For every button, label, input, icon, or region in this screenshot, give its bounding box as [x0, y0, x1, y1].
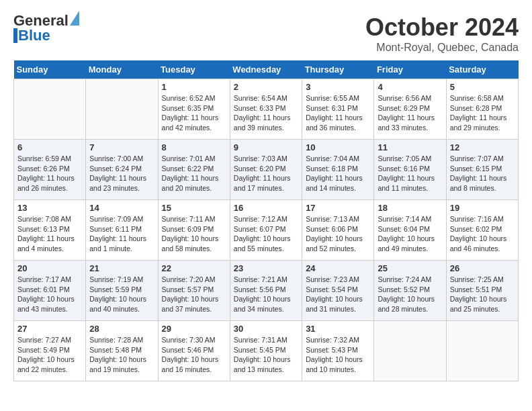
calendar-cell: 22Sunrise: 7:20 AM Sunset: 5:57 PM Dayli…: [158, 261, 230, 321]
day-info: Sunrise: 7:01 AM Sunset: 6:22 PM Dayligh…: [162, 154, 226, 193]
day-info: Sunrise: 7:14 AM Sunset: 6:04 PM Dayligh…: [378, 214, 442, 254]
day-info: Sunrise: 7:17 AM Sunset: 6:01 PM Dayligh…: [17, 275, 82, 314]
day-number: 14: [89, 203, 154, 213]
calendar-day-header: Wednesday: [230, 60, 302, 79]
calendar-cell: 23Sunrise: 7:21 AM Sunset: 5:56 PM Dayli…: [230, 261, 302, 321]
day-number: 17: [306, 203, 370, 213]
calendar-day-header: Saturday: [446, 60, 518, 79]
calendar-week-row: 20Sunrise: 7:17 AM Sunset: 6:01 PM Dayli…: [14, 261, 519, 321]
day-info: Sunrise: 7:03 AM Sunset: 6:20 PM Dayligh…: [234, 154, 298, 193]
calendar-cell: 19Sunrise: 7:16 AM Sunset: 6:02 PM Dayli…: [446, 200, 518, 261]
logo-triangle-icon: [70, 11, 79, 26]
day-info: Sunrise: 7:30 AM Sunset: 5:46 PM Dayligh…: [162, 335, 226, 375]
calendar-week-row: 1Sunrise: 6:52 AM Sunset: 6:35 PM Daylig…: [14, 79, 519, 140]
page-header: General Blue October 2024 Mont-Royal, Qu…: [13, 13, 519, 54]
day-info: Sunrise: 6:56 AM Sunset: 6:29 PM Dayligh…: [378, 93, 442, 133]
day-info: Sunrise: 6:59 AM Sunset: 6:26 PM Dayligh…: [17, 154, 82, 193]
day-number: 18: [378, 203, 442, 213]
calendar-cell: 2Sunrise: 6:54 AM Sunset: 6:33 PM Daylig…: [230, 79, 302, 140]
calendar-cell: 20Sunrise: 7:17 AM Sunset: 6:01 PM Dayli…: [14, 261, 86, 321]
calendar-cell: 3Sunrise: 6:55 AM Sunset: 6:31 PM Daylig…: [302, 79, 374, 140]
day-info: Sunrise: 7:20 AM Sunset: 5:57 PM Dayligh…: [162, 275, 226, 314]
day-number: 24: [306, 263, 370, 273]
day-info: Sunrise: 7:09 AM Sunset: 6:11 PM Dayligh…: [89, 214, 154, 254]
calendar-cell: 13Sunrise: 7:08 AM Sunset: 6:13 PM Dayli…: [14, 200, 86, 261]
day-number: 8: [162, 142, 226, 152]
calendar-cell: 6Sunrise: 6:59 AM Sunset: 6:26 PM Daylig…: [14, 140, 86, 200]
calendar-cell: 25Sunrise: 7:24 AM Sunset: 5:52 PM Dayli…: [374, 261, 446, 321]
subtitle: Mont-Royal, Quebec, Canada: [365, 42, 519, 54]
calendar-cell: [14, 79, 86, 140]
day-number: 3: [306, 82, 370, 92]
calendar-cell: 4Sunrise: 6:56 AM Sunset: 6:29 PM Daylig…: [374, 79, 446, 140]
calendar-cell: 10Sunrise: 7:04 AM Sunset: 6:18 PM Dayli…: [302, 140, 374, 200]
day-number: 27: [17, 324, 82, 334]
calendar-cell: 15Sunrise: 7:11 AM Sunset: 6:09 PM Dayli…: [158, 200, 230, 261]
day-info: Sunrise: 7:19 AM Sunset: 5:59 PM Dayligh…: [89, 275, 154, 314]
title-area: October 2024 Mont-Royal, Quebec, Canada: [365, 13, 519, 54]
day-info: Sunrise: 7:04 AM Sunset: 6:18 PM Dayligh…: [306, 154, 370, 193]
day-info: Sunrise: 7:28 AM Sunset: 5:48 PM Dayligh…: [89, 335, 154, 375]
day-info: Sunrise: 6:55 AM Sunset: 6:31 PM Dayligh…: [306, 93, 370, 133]
day-info: Sunrise: 7:32 AM Sunset: 5:43 PM Dayligh…: [306, 335, 370, 375]
day-number: 29: [162, 324, 226, 334]
calendar-day-header: Monday: [86, 60, 158, 79]
calendar-cell: 11Sunrise: 7:05 AM Sunset: 6:16 PM Dayli…: [374, 140, 446, 200]
calendar-cell: 26Sunrise: 7:25 AM Sunset: 5:51 PM Dayli…: [446, 261, 518, 321]
day-info: Sunrise: 7:24 AM Sunset: 5:52 PM Dayligh…: [378, 275, 442, 314]
calendar-cell: 17Sunrise: 7:13 AM Sunset: 6:06 PM Dayli…: [302, 200, 374, 261]
day-info: Sunrise: 7:27 AM Sunset: 5:49 PM Dayligh…: [17, 335, 82, 375]
calendar-cell: 24Sunrise: 7:23 AM Sunset: 5:54 PM Dayli…: [302, 261, 374, 321]
calendar-cell: 12Sunrise: 7:07 AM Sunset: 6:15 PM Dayli…: [446, 140, 518, 200]
calendar-cell: 8Sunrise: 7:01 AM Sunset: 6:22 PM Daylig…: [158, 140, 230, 200]
day-info: Sunrise: 7:23 AM Sunset: 5:54 PM Dayligh…: [306, 275, 370, 314]
day-number: 13: [17, 203, 82, 213]
calendar-cell: 5Sunrise: 6:58 AM Sunset: 6:28 PM Daylig…: [446, 79, 518, 140]
day-number: 9: [234, 142, 298, 152]
day-number: 16: [234, 203, 298, 213]
calendar-week-row: 13Sunrise: 7:08 AM Sunset: 6:13 PM Dayli…: [14, 200, 519, 261]
calendar-cell: [86, 79, 158, 140]
calendar-cell: [374, 321, 446, 381]
calendar-cell: 18Sunrise: 7:14 AM Sunset: 6:04 PM Dayli…: [374, 200, 446, 261]
calendar-cell: 16Sunrise: 7:12 AM Sunset: 6:07 PM Dayli…: [230, 200, 302, 261]
day-number: 10: [306, 142, 370, 152]
logo-blue: Blue: [18, 28, 50, 43]
day-number: 11: [378, 142, 442, 152]
day-number: 12: [450, 142, 515, 152]
day-info: Sunrise: 6:54 AM Sunset: 6:33 PM Dayligh…: [234, 93, 298, 133]
calendar-day-header: Tuesday: [158, 60, 230, 79]
calendar-cell: 29Sunrise: 7:30 AM Sunset: 5:46 PM Dayli…: [158, 321, 230, 381]
day-number: 2: [234, 82, 298, 92]
day-number: 19: [450, 203, 515, 213]
day-info: Sunrise: 6:58 AM Sunset: 6:28 PM Dayligh…: [450, 93, 515, 133]
calendar-header-row: SundayMondayTuesdayWednesdayThursdayFrid…: [14, 60, 519, 79]
day-number: 1: [162, 82, 226, 92]
day-number: 5: [450, 82, 515, 92]
calendar-day-header: Thursday: [302, 60, 374, 79]
day-number: 31: [306, 324, 370, 334]
day-info: Sunrise: 7:31 AM Sunset: 5:45 PM Dayligh…: [234, 335, 298, 375]
logo-general: General: [13, 13, 69, 28]
day-number: 28: [89, 324, 154, 334]
day-number: 26: [450, 263, 515, 273]
calendar-cell: 30Sunrise: 7:31 AM Sunset: 5:45 PM Dayli…: [230, 321, 302, 381]
calendar-cell: 9Sunrise: 7:03 AM Sunset: 6:20 PM Daylig…: [230, 140, 302, 200]
day-number: 21: [89, 263, 154, 273]
calendar-cell: 27Sunrise: 7:27 AM Sunset: 5:49 PM Dayli…: [14, 321, 86, 381]
calendar-cell: 14Sunrise: 7:09 AM Sunset: 6:11 PM Dayli…: [86, 200, 158, 261]
calendar-table: SundayMondayTuesdayWednesdayThursdayFrid…: [13, 60, 519, 381]
calendar-day-header: Friday: [374, 60, 446, 79]
day-info: Sunrise: 7:25 AM Sunset: 5:51 PM Dayligh…: [450, 275, 515, 314]
calendar-cell: 31Sunrise: 7:32 AM Sunset: 5:43 PM Dayli…: [302, 321, 374, 381]
day-number: 30: [234, 324, 298, 334]
calendar-cell: 28Sunrise: 7:28 AM Sunset: 5:48 PM Dayli…: [86, 321, 158, 381]
calendar-cell: 21Sunrise: 7:19 AM Sunset: 5:59 PM Dayli…: [86, 261, 158, 321]
day-info: Sunrise: 7:12 AM Sunset: 6:07 PM Dayligh…: [234, 214, 298, 254]
calendar-cell: [446, 321, 518, 381]
calendar-week-row: 6Sunrise: 6:59 AM Sunset: 6:26 PM Daylig…: [14, 140, 519, 200]
day-number: 15: [162, 203, 226, 213]
day-info: Sunrise: 7:00 AM Sunset: 6:24 PM Dayligh…: [89, 154, 154, 193]
day-info: Sunrise: 7:13 AM Sunset: 6:06 PM Dayligh…: [306, 214, 370, 254]
day-number: 22: [162, 263, 226, 273]
